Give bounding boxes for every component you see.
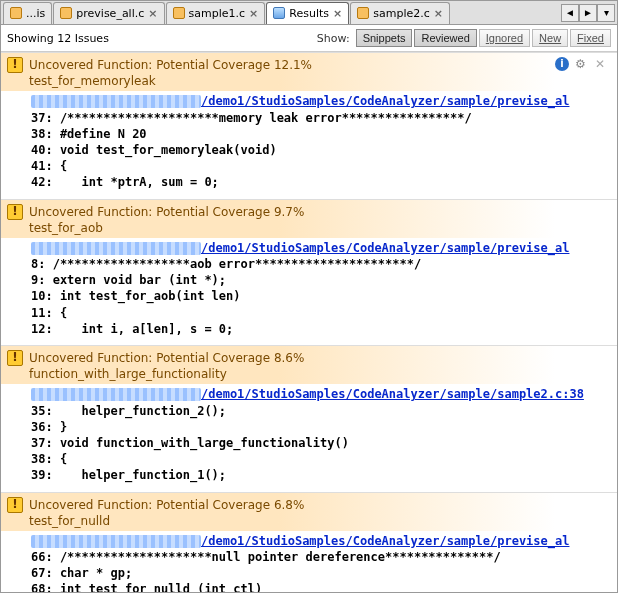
issue-path: /demo1/StudioSamples/CodeAnalyzer/sample… xyxy=(31,240,611,256)
filter-reviewed[interactable]: Reviewed xyxy=(414,29,476,47)
tab-nav: ◄ ► ▾ xyxy=(561,4,615,22)
code-line: 9: extern void bar (int *); xyxy=(31,272,611,288)
issue-item: Uncovered Function: Potential Coverage 9… xyxy=(1,199,617,346)
tab-label: sample1.c xyxy=(189,7,246,20)
issue-path: /demo1/StudioSamples/CodeAnalyzer/sample… xyxy=(31,533,611,549)
issue-function-name: test_for_memoryleak xyxy=(29,73,549,89)
tab-label: ...is xyxy=(26,7,45,20)
issue-body: /demo1/StudioSamples/CodeAnalyzer/sample… xyxy=(1,238,617,345)
info-icon[interactable]: i xyxy=(555,57,569,71)
redacted-path-segment xyxy=(31,388,201,401)
issue-header[interactable]: Uncovered Function: Potential Coverage 1… xyxy=(1,53,617,91)
redacted-path-segment xyxy=(31,535,201,548)
issue-path: /demo1/StudioSamples/CodeAnalyzer/sample… xyxy=(31,93,611,109)
warning-icon xyxy=(7,204,23,220)
filter-snippets[interactable]: Snippets xyxy=(356,29,413,47)
code-line: 38: { xyxy=(31,451,611,467)
code-line: 41: { xyxy=(31,158,611,174)
close-icon[interactable]: × xyxy=(148,7,157,20)
tab-prev-button[interactable]: ◄ xyxy=(561,4,579,22)
code-line: 39: helper_function_1(); xyxy=(31,467,611,483)
results-panel[interactable]: Uncovered Function: Potential Coverage 1… xyxy=(1,52,617,592)
issue-body: /demo1/StudioSamples/CodeAnalyzer/sample… xyxy=(1,531,617,592)
code-line: 42: int *ptrA, sum = 0; xyxy=(31,174,611,190)
results-icon xyxy=(273,7,285,19)
issue-header[interactable]: Uncovered Function: Potential Coverage 9… xyxy=(1,200,617,238)
tab-sample2-c[interactable]: sample2.c× xyxy=(350,2,450,24)
issue-path: /demo1/StudioSamples/CodeAnalyzer/sample… xyxy=(31,386,611,402)
code-line: 10: int test_for_aob(int len) xyxy=(31,288,611,304)
c-file-icon xyxy=(10,7,22,19)
code-line: 36: } xyxy=(31,419,611,435)
issue-path-link[interactable]: /demo1/StudioSamples/CodeAnalyzer/sample… xyxy=(201,534,569,548)
gear-icon[interactable]: ⚙ xyxy=(575,57,589,71)
warning-icon xyxy=(7,57,23,73)
issue-header[interactable]: Uncovered Function: Potential Coverage 6… xyxy=(1,493,617,531)
issue-title: Uncovered Function: Potential Coverage 9… xyxy=(29,205,304,219)
tab-sample1-c[interactable]: sample1.c× xyxy=(166,2,266,24)
code-line: 38: #define N 20 xyxy=(31,126,611,142)
tab-bar: ...isprevise_all.c×sample1.c×Results×sam… xyxy=(1,1,617,25)
issue-body: /demo1/StudioSamples/CodeAnalyzer/sample… xyxy=(1,91,617,198)
issue-item: Uncovered Function: Potential Coverage 8… xyxy=(1,345,617,492)
code-line: 35: helper_function_2(); xyxy=(31,403,611,419)
c-file-icon xyxy=(60,7,72,19)
issue-item: Uncovered Function: Potential Coverage 1… xyxy=(1,52,617,199)
code-line: 67: char * gp; xyxy=(31,565,611,581)
filter-fixed[interactable]: Fixed xyxy=(570,29,611,47)
code-line: 37: /*********************memory leak er… xyxy=(31,110,611,126)
issue-function-name: test_for_nulld xyxy=(29,513,611,529)
redacted-path-segment xyxy=(31,242,201,255)
c-file-icon xyxy=(173,7,185,19)
show-label: Show: xyxy=(317,32,350,45)
tab-previse_all-c[interactable]: previse_all.c× xyxy=(53,2,164,24)
issue-title-block: Uncovered Function: Potential Coverage 8… xyxy=(29,350,611,382)
filter-new[interactable]: New xyxy=(532,29,568,47)
issue-body: /demo1/StudioSamples/CodeAnalyzer/sample… xyxy=(1,384,617,491)
issue-path-link[interactable]: /demo1/StudioSamples/CodeAnalyzer/sample… xyxy=(201,241,569,255)
tab-results[interactable]: Results× xyxy=(266,2,349,24)
issue-actions: i⚙✕ xyxy=(555,57,611,71)
issue-item: Uncovered Function: Potential Coverage 6… xyxy=(1,492,617,593)
code-line: 40: void test_for_memoryleak(void) xyxy=(31,142,611,158)
code-line: 11: { xyxy=(31,305,611,321)
code-line: 37: void function_with_large_functionali… xyxy=(31,435,611,451)
issue-title: Uncovered Function: Potential Coverage 6… xyxy=(29,498,304,512)
issue-title-block: Uncovered Function: Potential Coverage 1… xyxy=(29,57,549,89)
issue-path-link[interactable]: /demo1/StudioSamples/CodeAnalyzer/sample… xyxy=(201,387,584,401)
dismiss-icon[interactable]: ✕ xyxy=(595,57,609,71)
tab--is[interactable]: ...is xyxy=(3,2,52,24)
issue-header[interactable]: Uncovered Function: Potential Coverage 8… xyxy=(1,346,617,384)
redacted-path-segment xyxy=(31,95,201,108)
code-line: 68: int test_for_nulld (int ctl) xyxy=(31,581,611,592)
tab-label: sample2.c xyxy=(373,7,430,20)
issue-title: Uncovered Function: Potential Coverage 1… xyxy=(29,58,312,72)
filter-bar: Showing 12 Issues Show: Snippets Reviewe… xyxy=(1,25,617,52)
close-icon[interactable]: × xyxy=(333,7,342,20)
tab-next-button[interactable]: ► xyxy=(579,4,597,22)
warning-icon xyxy=(7,497,23,513)
tab-list-button[interactable]: ▾ xyxy=(597,4,615,22)
warning-icon xyxy=(7,350,23,366)
tab-label: Results xyxy=(289,7,329,20)
c-file-icon xyxy=(357,7,369,19)
close-icon[interactable]: × xyxy=(249,7,258,20)
issue-title: Uncovered Function: Potential Coverage 8… xyxy=(29,351,304,365)
close-icon[interactable]: × xyxy=(434,7,443,20)
status-text: Showing 12 Issues xyxy=(7,32,109,45)
tabs-container: ...isprevise_all.c×sample1.c×Results×sam… xyxy=(3,2,561,24)
code-line: 8: /******************aob error*********… xyxy=(31,256,611,272)
issue-function-name: test_for_aob xyxy=(29,220,611,236)
tab-label: previse_all.c xyxy=(76,7,144,20)
issue-function-name: function_with_large_functionality xyxy=(29,366,611,382)
filter-ignored[interactable]: Ignored xyxy=(479,29,530,47)
issue-title-block: Uncovered Function: Potential Coverage 6… xyxy=(29,497,611,529)
issue-path-link[interactable]: /demo1/StudioSamples/CodeAnalyzer/sample… xyxy=(201,94,569,108)
code-line: 66: /********************null pointer de… xyxy=(31,549,611,565)
code-line: 12: int i, a[len], s = 0; xyxy=(31,321,611,337)
issue-title-block: Uncovered Function: Potential Coverage 9… xyxy=(29,204,611,236)
